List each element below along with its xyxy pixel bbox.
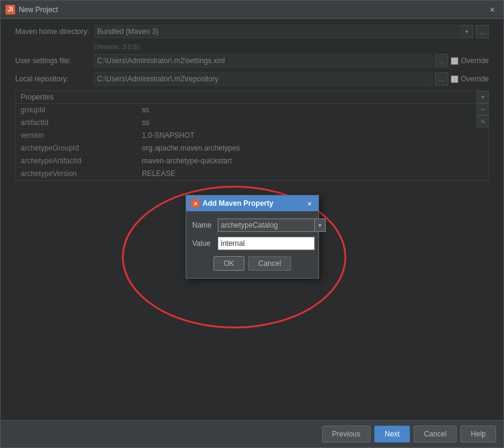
title-bar: JI New Project × (1, 1, 503, 19)
modal-value-input[interactable] (218, 237, 315, 250)
modal-dialog: JI Add Maven Property × Name ▼ Value (186, 195, 319, 279)
modal-body: Name ▼ Value OK Cancel (186, 211, 318, 278)
modal-name-row: Name ▼ (192, 219, 312, 232)
cancel-button[interactable]: Cancel (414, 426, 457, 443)
modal-name-input-wrap: ▼ (218, 219, 326, 232)
modal-title-bar: JI Add Maven Property × (186, 195, 318, 211)
next-button[interactable]: Next (374, 426, 410, 443)
modal-title-bar-left: JI Add Maven Property (191, 199, 274, 208)
main-window: JI New Project × Maven home directory: ▼… (0, 0, 504, 448)
modal-close-button[interactable]: × (305, 200, 314, 208)
modal-ok-button[interactable]: OK (213, 256, 244, 271)
help-button[interactable]: Help (460, 426, 496, 443)
modal-title: Add Maven Property (203, 199, 274, 208)
window-close-button[interactable]: × (486, 4, 499, 16)
modal-name-input[interactable] (218, 219, 315, 232)
window-title: New Project (19, 5, 58, 14)
modal-value-row: Value (192, 237, 312, 250)
modal-button-row: OK Cancel (192, 256, 312, 271)
modal-cancel-button[interactable]: Cancel (248, 256, 291, 271)
bottom-bar: Previous Next Cancel Help (1, 420, 503, 447)
modal-name-dropdown-arrow[interactable]: ▼ (315, 219, 326, 232)
modal-value-label: Value (192, 239, 218, 248)
modal-name-label: Name (192, 221, 218, 229)
modal-app-icon: JI (191, 199, 200, 208)
title-bar-left: JI New Project (5, 5, 58, 15)
app-icon: JI (5, 5, 15, 15)
previous-button[interactable]: Previous (322, 426, 371, 443)
